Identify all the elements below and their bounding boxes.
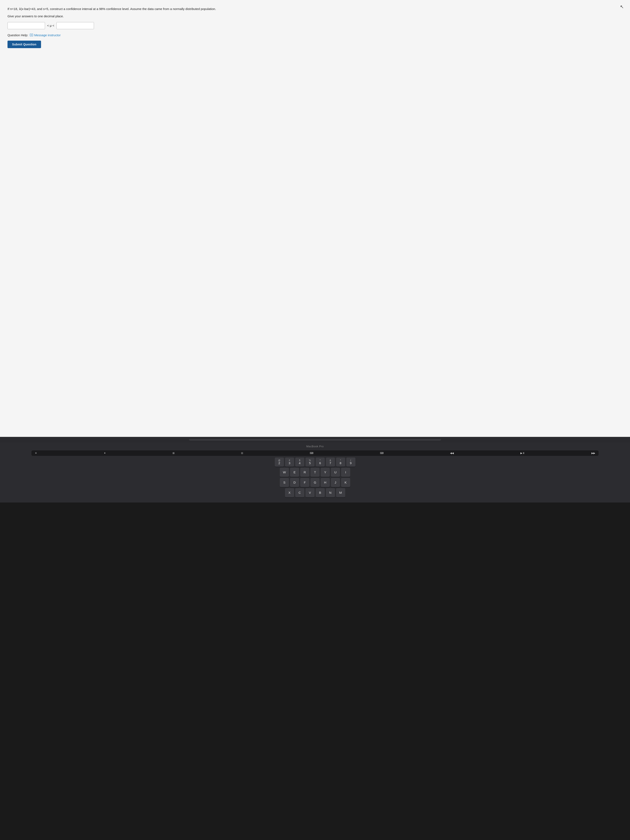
macbook-brand-label: MacBook Pro	[0, 445, 630, 448]
key-y[interactable]: Y	[321, 468, 330, 477]
key-t-label: T	[314, 471, 316, 474]
key-u-label: U	[335, 471, 337, 474]
touch-bar: ☀ ✦ ⊞ ⊟ ⌨ ⌨ ◀◀ ▶⏸ ▶▶	[32, 450, 598, 456]
submit-question-button[interactable]: Submit Question	[8, 41, 41, 48]
mu-symbol: < μ <	[47, 24, 54, 27]
kb-brightness-high-icon[interactable]: ⌨	[380, 452, 384, 455]
key-d[interactable]: D	[290, 478, 299, 487]
key-2[interactable]: @ 2	[275, 458, 284, 467]
keyboard: @ 2 # 3 $ 4 % 5 ^ 6 & 7	[13, 458, 617, 502]
key-w-label: W	[283, 471, 286, 474]
key-e[interactable]: E	[290, 468, 299, 477]
key-k[interactable]: K	[341, 478, 350, 487]
brightness-low-icon[interactable]: ☀	[35, 452, 37, 455]
key-2-main: 2	[278, 461, 280, 464]
key-v[interactable]: V	[305, 488, 314, 497]
key-4-main: 4	[299, 461, 300, 464]
message-instructor-link[interactable]: Message instructor	[30, 33, 61, 37]
key-m-label: M	[339, 491, 342, 494]
brightness-high-icon[interactable]: ✦	[104, 452, 106, 455]
key-t[interactable]: T	[310, 468, 320, 477]
lower-bound-input[interactable]	[8, 22, 45, 29]
question-help-label: Question Help:	[8, 33, 28, 37]
play-pause-icon[interactable]: ▶⏸	[520, 452, 525, 455]
key-9[interactable]: ( 9	[346, 458, 355, 467]
key-7-main: 7	[329, 461, 331, 464]
key-c[interactable]: C	[295, 488, 305, 497]
key-7[interactable]: & 7	[326, 458, 335, 467]
key-r[interactable]: R	[300, 468, 309, 477]
kb-brightness-low-icon[interactable]: ⌨	[310, 452, 313, 455]
key-f[interactable]: F	[300, 478, 309, 487]
key-4[interactable]: $ 4	[295, 458, 305, 467]
key-e-label: E	[294, 471, 295, 474]
key-n-label: N	[329, 491, 332, 494]
key-8[interactable]: * 8	[336, 458, 345, 467]
key-r-label: R	[304, 471, 306, 474]
key-d-label: D	[294, 481, 296, 484]
key-j-label: J	[335, 481, 336, 484]
asdf-row: S D F G H J K	[13, 478, 617, 487]
laptop-screen: ↖ If n=18, x̄(x-bar)=43, and s=5, constr…	[0, 0, 630, 437]
launchpad-icon[interactable]: ⊟	[241, 452, 243, 455]
mission-control-icon[interactable]: ⊞	[172, 452, 175, 455]
mail-icon	[30, 34, 33, 36]
number-row: @ 2 # 3 $ 4 % 5 ^ 6 & 7	[13, 458, 617, 467]
key-h[interactable]: H	[321, 478, 330, 487]
key-m[interactable]: M	[336, 488, 345, 497]
key-i-label: I	[345, 471, 346, 474]
key-5[interactable]: % 5	[305, 458, 314, 467]
keyboard-area: MacBook Pro ☀ ✦ ⊞ ⊟ ⌨ ⌨ ◀◀ ▶⏸ ▶▶ @ 2 # 3…	[0, 443, 630, 502]
laptop-bezel-bottom	[0, 437, 630, 443]
question-text: If n=18, x̄(x-bar)=43, and s=5, construc…	[8, 7, 622, 11]
key-x[interactable]: X	[285, 488, 294, 497]
key-i[interactable]: I	[341, 468, 350, 477]
key-b[interactable]: B	[316, 488, 325, 497]
key-y-label: Y	[324, 471, 326, 474]
laptop-hinge	[189, 439, 441, 441]
key-3[interactable]: # 3	[285, 458, 294, 467]
key-n[interactable]: N	[326, 488, 335, 497]
key-h-label: H	[324, 481, 327, 484]
interval-row: < μ <	[8, 22, 622, 29]
key-6-main: 6	[319, 461, 321, 464]
cursor: ↖	[620, 4, 624, 9]
key-s[interactable]: S	[280, 478, 289, 487]
key-c-label: C	[298, 491, 301, 494]
message-instructor-label: Message instructor	[34, 33, 61, 37]
key-v-label: V	[309, 491, 311, 494]
key-x-label: X	[288, 491, 291, 494]
upper-bound-input[interactable]	[57, 22, 94, 29]
key-f-label: F	[304, 481, 306, 484]
key-s-label: S	[283, 481, 286, 484]
key-b-label: B	[319, 491, 321, 494]
key-5-main: 5	[309, 461, 311, 464]
fast-forward-icon[interactable]: ▶▶	[592, 452, 595, 455]
qwerty-row: W E R T Y U I	[13, 468, 617, 477]
key-j[interactable]: J	[331, 478, 340, 487]
key-k-label: K	[344, 481, 347, 484]
key-u[interactable]: U	[331, 468, 340, 477]
key-3-main: 3	[289, 461, 290, 464]
question-help-row: Question Help: Message instructor	[8, 33, 622, 37]
key-w[interactable]: W	[280, 468, 289, 477]
zxcv-row: X C V B N M	[13, 488, 617, 497]
key-g[interactable]: G	[310, 478, 320, 487]
decimal-note: Give your answers to one decimal place.	[8, 14, 622, 18]
rewind-icon[interactable]: ◀◀	[450, 452, 454, 455]
key-g-label: G	[314, 481, 316, 484]
key-8-main: 8	[339, 461, 341, 464]
key-9-main: 9	[350, 461, 352, 464]
key-6[interactable]: ^ 6	[316, 458, 325, 467]
